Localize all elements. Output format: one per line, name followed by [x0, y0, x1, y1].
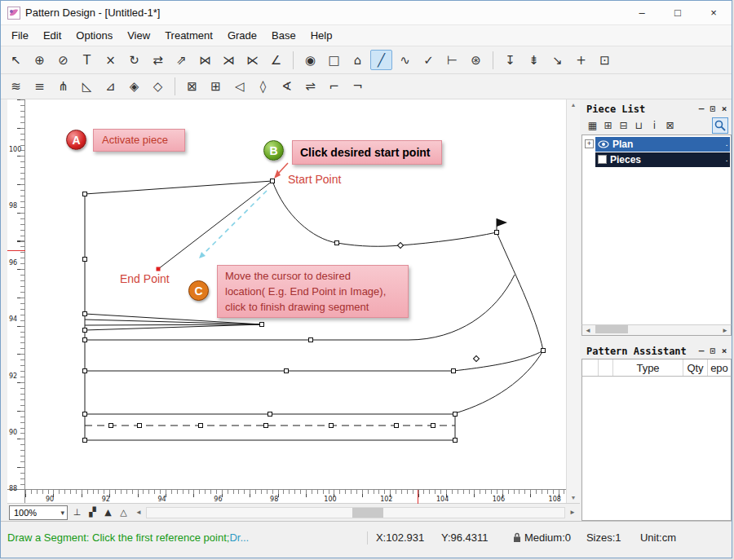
outline-preview-icon[interactable]: △: [116, 505, 131, 519]
curve-tool[interactable]: ∿: [394, 50, 416, 70]
rectangle-tool[interactable]: □: [323, 50, 345, 70]
align-point-tool[interactable]: ⇟: [523, 50, 545, 70]
ruler-label: 100: [9, 146, 21, 153]
remove-piece-icon[interactable]: ⊟: [617, 119, 630, 133]
piece-list-scrollbar[interactable]: ◄ ►: [581, 324, 732, 336]
shrink-tool[interactable]: ◈: [123, 77, 145, 97]
box-select-tool[interactable]: ⊡: [594, 50, 616, 70]
maximize-button[interactable]: □: [660, 1, 696, 25]
angle-tool[interactable]: ∠: [265, 50, 287, 70]
menu-help[interactable]: Help: [303, 25, 340, 46]
ruler-label: 92: [102, 496, 110, 503]
eye-icon[interactable]: [598, 140, 609, 148]
status-hint-more[interactable]: Dr...: [229, 531, 249, 544]
modify-curve-tool[interactable]: ✓: [418, 50, 440, 70]
notch-tool[interactable]: ⋈: [194, 50, 216, 70]
panel-close-icon[interactable]: ×: [719, 345, 730, 358]
scroll-right-icon[interactable]: ►: [719, 324, 731, 336]
callout-line: Move the cursor to desired: [225, 269, 400, 284]
tree-row-plan[interactable]: + Plan .: [582, 136, 731, 152]
fork-tool[interactable]: ⋔: [52, 77, 74, 97]
expand-tool[interactable]: ⊞: [205, 77, 227, 97]
lozenge-tool[interactable]: ◊: [252, 77, 274, 97]
cut-tool[interactable]: ×: [99, 50, 122, 70]
adjust-tool[interactable]: ⋉: [241, 50, 263, 70]
delete-piece-icon[interactable]: ⊠: [663, 119, 677, 133]
column-type[interactable]: Type: [613, 359, 683, 376]
scrollbar-thumb[interactable]: [595, 325, 628, 333]
point-tool[interactable]: ↧: [499, 50, 521, 70]
scroll-left-icon[interactable]: ◄: [133, 507, 144, 518]
move-point-tool[interactable]: +: [570, 50, 592, 70]
info-icon[interactable]: i: [648, 119, 661, 133]
panel-minimize-icon[interactable]: –: [696, 345, 707, 358]
polygon-tool[interactable]: ⌂: [347, 50, 369, 70]
arc-angle-tool[interactable]: ∢: [276, 77, 298, 97]
pleat-tool[interactable]: ≡: [29, 77, 51, 97]
sew-tool[interactable]: ≋: [5, 77, 27, 97]
piece-list-title: Piece List: [586, 104, 645, 115]
expand-icon[interactable]: +: [585, 139, 594, 148]
canvas-horizontal-scrollbar[interactable]: [146, 507, 565, 518]
zoom-select[interactable]: 100% ▾: [9, 505, 68, 520]
tree-row-pieces[interactable]: Pieces .: [582, 152, 731, 167]
rosette-tool[interactable]: ⊛: [465, 50, 487, 70]
toolbar-separator: [493, 51, 493, 69]
zoom-tool[interactable]: ⊕: [29, 50, 51, 70]
panel-minimize-icon[interactable]: –: [696, 103, 707, 116]
menu-options[interactable]: Options: [69, 25, 120, 46]
search-button[interactable]: [712, 117, 728, 134]
column-report[interactable]: epo: [708, 359, 731, 376]
toolbar-separator: [293, 51, 294, 69]
open-piece-icon[interactable]: ⊔: [632, 119, 646, 133]
menu-edit[interactable]: Edit: [36, 25, 69, 46]
menu-treatment[interactable]: Treatment: [157, 25, 220, 46]
dart-tool[interactable]: ◺: [76, 77, 98, 97]
badge-c: C: [188, 280, 209, 301]
column-qty[interactable]: Qty: [683, 359, 708, 376]
stitch-tool[interactable]: ⊘: [52, 50, 74, 70]
corner-extend-tool[interactable]: ¬: [347, 77, 369, 97]
pattern-canvas[interactable]: A Activate piece B Click desired start p…: [25, 99, 566, 489]
ruler-bottom: 9092949698100102104106108: [25, 489, 566, 503]
mirror-tool[interactable]: ⇄: [147, 50, 169, 70]
corner-trim-tool[interactable]: ⌐: [323, 77, 345, 97]
scroll-down-icon[interactable]: ▼: [571, 492, 577, 503]
layer-view-icon[interactable]: ▞: [85, 505, 100, 519]
panel-close-icon[interactable]: ×: [719, 103, 730, 116]
cursor-move-arrow-icon: [204, 191, 267, 254]
flip-left-tool[interactable]: ◁: [228, 77, 250, 97]
corner-point-tool[interactable]: ↘: [546, 50, 568, 70]
snap-toggle-icon[interactable]: ⊥: [69, 505, 85, 519]
segment-tool[interactable]: ╱: [370, 50, 392, 70]
menu-file[interactable]: File: [4, 25, 36, 46]
new-piece-icon[interactable]: ▦: [586, 119, 599, 133]
flip-shape-tool[interactable]: ◇: [147, 77, 169, 97]
scroll-left-icon[interactable]: ◄: [582, 324, 594, 336]
intersect-tool[interactable]: ⋊: [218, 50, 240, 70]
minimize-button[interactable]: –: [624, 1, 660, 25]
menu-view[interactable]: View: [120, 25, 157, 46]
pieces-checkbox[interactable]: [598, 155, 607, 164]
text-tool[interactable]: T: [76, 50, 98, 70]
dart-transfer-tool[interactable]: ⊿: [99, 77, 122, 97]
move-copy-tool[interactable]: ⇗: [170, 50, 192, 70]
copy-piece-icon[interactable]: ⊞: [601, 119, 615, 133]
panel-float-icon[interactable]: ⊡: [707, 103, 719, 116]
canvas-vertical-scrollbar[interactable]: ▲ ▼: [566, 99, 580, 503]
fill-preview-icon[interactable]: ▲: [100, 505, 116, 519]
measure-tool[interactable]: ⊢: [441, 50, 463, 70]
swap-curve-tool[interactable]: ⇌: [299, 77, 321, 97]
circle-tool[interactable]: ◉: [299, 50, 321, 70]
rotate-tool[interactable]: ↻: [123, 50, 145, 70]
scrollbar-thumb[interactable]: [352, 508, 383, 518]
callout-line: location( E.g. End Point in Image),: [225, 284, 400, 300]
menu-base[interactable]: Base: [264, 25, 303, 46]
panel-float-icon[interactable]: ⊡: [707, 345, 719, 358]
select-tool[interactable]: ↖: [5, 50, 27, 70]
box-diagonal-tool[interactable]: ⊠: [181, 77, 203, 97]
scroll-right-icon[interactable]: ►: [567, 507, 578, 518]
close-button[interactable]: ×: [696, 1, 732, 25]
scroll-up-icon[interactable]: ▲: [571, 99, 577, 110]
menu-grade[interactable]: Grade: [220, 25, 264, 46]
